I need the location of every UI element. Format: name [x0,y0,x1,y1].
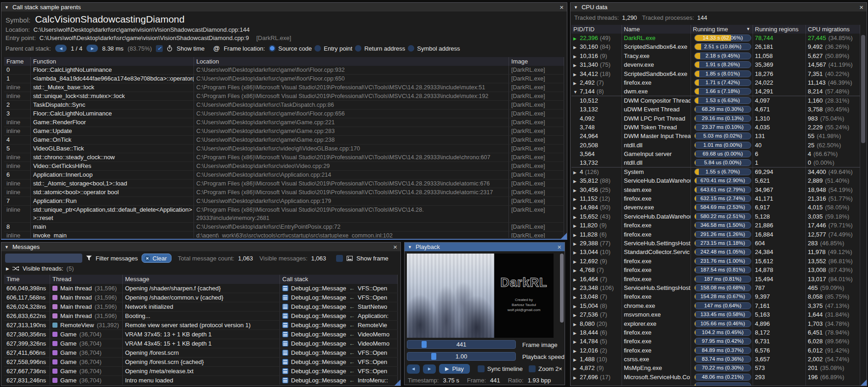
message-row[interactable]: 606,117,568ns Main thread(31,596) Openin… [4,293,398,302]
expand-arrow-icon[interactable]: ▶ [573,284,580,292]
sort-descending-icon[interactable]: ▼ [746,25,750,34]
messages-titlebar[interactable]: ▼ Messages × [1,243,400,251]
cpu-process-row[interactable]: 24,964 DWM Master Input Thread 5.03 ms (… [571,132,860,140]
cpu-process-row[interactable]: ▶11,820(9) firefox.exe 346.58 ms (1.50%)… [571,221,860,230]
cpu-process-row[interactable]: ▶10,316(9) Tracy.exe 2.18 s (9.45%) 11,0… [571,52,860,60]
frame-location-radio[interactable]: Return address [355,45,405,52]
callstack-cell[interactable]: DebugLog::Message←StartNetwo [280,302,398,311]
callstack-list-icon[interactable] [282,285,288,291]
close-icon[interactable]: × [859,4,863,11]
message-row[interactable]: 627,411,606ns Game(36,704) Opening /fore… [4,348,398,358]
callstack-table-row[interactable]: inline std::_Atomic_storage<bool,1>::loa… [4,179,564,188]
frame-location-radio[interactable]: Entry point [314,45,352,52]
callstack-list-icon[interactable] [282,331,288,337]
cpu-process-row[interactable]: ▶35,812(88) ServiceHub.DataWarehou 670.4… [571,176,860,185]
callstack-cell[interactable]: DebugLog::Message←VFS::Open [280,284,398,293]
expand-arrow-icon[interactable]: ▶ [573,302,580,310]
callstack-cell[interactable]: DebugLog::Message←IntroMenu:: [280,376,398,385]
column-image[interactable]: Image [509,57,564,66]
expand-arrow-icon[interactable]: ▶ [573,258,580,266]
collapse-icon[interactable]: ▼ [5,245,9,249]
sync-timeline-checkbox[interactable] [478,365,485,372]
expand-arrow-icon[interactable]: ▶ [573,168,580,176]
expand-arrow-icon[interactable]: ▶ [6,266,9,271]
callstack-cell[interactable]: DebugLog::Message←VFS::Open [280,358,398,366]
expand-arrow-icon[interactable]: ▶ [573,61,580,69]
expand-arrow-icon[interactable]: ▶ [573,213,580,221]
callstack-table-row[interactable]: inline Game::Update C:\Users\wolf\Deskto… [4,127,564,136]
cpu-process-row[interactable]: ▶30,160(84) ScriptedSandbox64.exe 2.51 s… [571,42,860,51]
cpu-process-row[interactable]: 3,564 GameInput server 69.68 us (0.00%) … [571,150,860,158]
messages-table-header[interactable]: Time Thread Message Call stack [4,275,398,284]
cpu-titlebar[interactable]: ▼ CPU data × [571,3,867,12]
column-function[interactable]: Function [31,57,194,66]
expand-arrow-icon[interactable]: ▶ [573,347,580,355]
cpu-process-row[interactable] [571,381,860,386]
cpu-process-row[interactable]: ▶11,152(12) firefox.exe 632.15 ms (2.74%… [571,194,860,203]
expand-arrow-icon[interactable]: ▶ [573,35,580,42]
close-icon[interactable]: × [557,243,561,250]
column-message[interactable]: Message [123,275,280,284]
cpu-process-row[interactable]: 20,508 ntdll.dll 1.01 ms (0.00%) 40 25(6… [571,141,860,150]
frame-location-radio[interactable]: Source code [269,45,312,52]
cpu-process-row[interactable]: 13,732 ntdll.dll 5.84 us (0.00%) 1 0(0.0… [571,158,860,167]
callstack-table-row[interactable]: 8 main C:\Users\wolf\Desktop\darkrl\src\… [4,223,564,231]
column-location[interactable]: Location [194,57,509,66]
column-running-regions[interactable]: Running regions [753,25,806,34]
callstack-list-icon[interactable] [282,368,288,374]
step-forward-button[interactable]: ▶ [423,364,436,374]
callstack-cell[interactable]: DebugLog::Message←RemoteVie [280,321,398,329]
callstack-table-row[interactable]: inline std::_Mutex_base::lock C:\Program… [4,83,564,92]
cpu-process-row[interactable]: ▶29,388(77) ServiceHub.SettingsHost 273.… [571,239,860,248]
show-time-checkbox[interactable]: ✓ [156,45,163,52]
play-button[interactable]: ▶ Play [439,364,470,374]
callstack-list-icon[interactable] [282,377,288,383]
callstack-table-row[interactable]: inline Game::RenderFloor C:\Users\wolf\D… [4,118,564,127]
cpu-process-row[interactable]: ▶15,004(8) chrome.exe 147 ms (0.64%) 7,1… [571,301,860,310]
callstack-table-row[interactable]: 0 Floor::CalcLightNoLuminance C:\Users\w… [4,66,564,75]
cpu-process-row[interactable]: ▶34,412(18) ScriptedSandbox64.exe 1.85 s… [571,69,860,78]
expand-arrow-icon[interactable]: ▶ [573,248,580,256]
cpu-process-row[interactable]: ▶14,784(5) firefox.exe 97.95 ms (0.42%) … [571,337,860,346]
sync-timeline-option[interactable]: Sync timeline [478,365,523,372]
callstack-cell[interactable]: DebugLog::Message←VFS::Open [280,293,398,302]
cpu-process-row[interactable]: ▶31,340(75) devenv.exe 1.91 s (8.26%) 35… [571,60,860,69]
expand-arrow-icon[interactable]: ▶ [573,320,580,328]
expand-arrow-icon[interactable]: ▶ [573,231,580,239]
clear-button[interactable]: Clear [142,254,171,263]
message-row[interactable]: 627,558,996ns Game(36,704) Opening /fore… [4,358,398,367]
cpu-process-row[interactable]: ▶18,444(6) firefox.exe 104.2 ms (0.45%) … [571,328,860,337]
cpu-process-row[interactable]: 4,092 DWM LPC Port Thread 29.16 ms (0.13… [571,114,860,123]
callstack-cell[interactable]: DebugLog::Message←VFS::Open [280,348,398,357]
callstack-list-icon[interactable] [282,304,288,310]
message-row[interactable]: 606,049,398ns Main thread(31,596) Openin… [4,284,398,293]
zoom-2x-option[interactable]: Zoom 2× [529,365,562,372]
callstack-table-row[interactable]: inline std::unique_ptr<Application,std::… [4,206,564,223]
callstack-table-row[interactable]: 1 <lambda_84a19dc444fae966ca174e83e708bd… [4,75,564,83]
cpu-process-row[interactable]: ▶27,536(7) msvsmon.exe 133.45 ms (0.58%)… [571,310,860,319]
cpu-process-row[interactable]: ▶27,696(17) Microsoft.ServiceHub.Co 48.0… [571,373,860,381]
expand-arrow-icon[interactable]: ▶ [573,276,580,283]
expand-arrow-icon[interactable]: ▶ [573,204,580,212]
expand-arrow-icon[interactable]: ▶ [573,266,580,274]
close-icon[interactable]: × [393,243,397,250]
expand-arrow-icon[interactable]: ▶ [573,240,580,248]
radio-icon[interactable] [408,45,414,52]
cpu-process-row[interactable]: ▶4(126) System 1.55 s (6.70%) 69,294 34,… [571,168,860,176]
cpu-process-row[interactable]: ▶12,016(2) firefox.exe 84.89 ms (0.37%) … [571,346,860,355]
callstack-list-icon[interactable] [282,341,288,347]
expand-arrow-icon[interactable]: ▶ [573,374,580,381]
cpu-process-row[interactable]: ▶23,348(106) ServiceHub.SettingsHost 158… [571,283,860,292]
expand-arrow-icon[interactable]: ▶ [573,311,580,319]
visible-threads-row[interactable]: ▶ Visible threads: (5) [1,264,400,272]
show-frame-checkbox[interactable] [336,255,343,262]
cpu-scrollbar[interactable] [861,35,865,143]
column-thread[interactable]: Thread [50,275,123,284]
cpu-process-row[interactable]: ▶11,828(6) firefox.exe 291.26 ms (1.26%)… [571,230,860,239]
column-frame[interactable]: Frame [4,57,31,66]
callstack-table-row[interactable]: inline std::atomic<bool>::operator bool … [4,188,564,197]
callstack-table-row[interactable]: 2 TaskDispatch::Sync C:\Users\wolf\Deskt… [4,101,564,110]
frame-location-radio[interactable]: Symbol address [408,45,460,52]
column-running-time[interactable]: Running time▼ [691,25,753,34]
cpu-process-row[interactable]: ▶13,048(7) firefox.exe 154.28 ms (0.67%)… [571,292,860,301]
